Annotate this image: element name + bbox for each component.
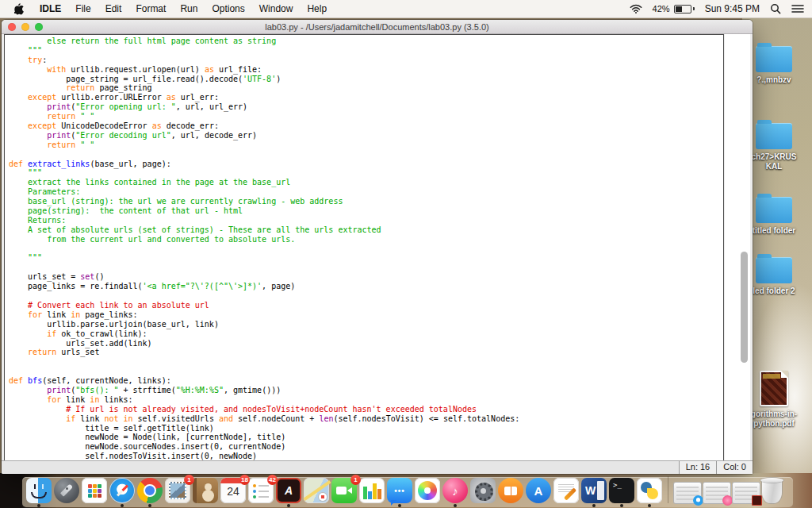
dock-item-maps[interactable] xyxy=(304,478,329,503)
minimized-window-safari xyxy=(693,495,703,506)
folder-untitled[interactable]: titled folder xyxy=(744,197,804,236)
menu-item-edit[interactable]: Edit xyxy=(98,1,129,17)
code-line: except urllib.error.URLError as url_err: xyxy=(9,93,723,102)
dock-item-ibooks[interactable] xyxy=(498,478,523,503)
dock-item-idle[interactable] xyxy=(637,478,662,503)
dock-item-pages[interactable] xyxy=(553,478,579,503)
code-line: with urllib.request.urlopen(url) as url_… xyxy=(9,65,723,75)
code-line: if link not in self.visitedUrls and self… xyxy=(9,414,723,424)
word-glyph: W xyxy=(581,478,607,503)
running-indicator-dot xyxy=(148,504,151,507)
dock-item-word[interactable]: W xyxy=(581,478,607,503)
code-line xyxy=(9,357,723,367)
dock-item-min-itunes[interactable] xyxy=(703,483,730,503)
desktop-icon-label: gorithms-in- python.pdf xyxy=(751,410,797,429)
code-line: for link in page_links: xyxy=(9,310,723,320)
code-line: except UnicodeDecodeError as decode_err: xyxy=(9,121,723,131)
code-line xyxy=(9,150,723,160)
dock-item-app-store[interactable]: A xyxy=(526,478,551,503)
window-title: lab03.py - /Users/jadamitchell/Documents… xyxy=(265,22,488,32)
notification-badge: 18 xyxy=(239,475,250,485)
code-line: """ xyxy=(9,168,723,178)
menu-item-window[interactable]: Window xyxy=(252,1,301,17)
battery-icon xyxy=(674,5,691,13)
minimize-button[interactable] xyxy=(21,23,29,31)
dock-item-system-preferences[interactable] xyxy=(470,478,496,503)
menu-item-idle[interactable]: IDLE xyxy=(33,1,68,17)
dock-item-min-safari[interactable] xyxy=(674,483,701,503)
running-indicator-dot xyxy=(592,504,596,507)
dock-item-numbers[interactable] xyxy=(359,478,385,503)
menu-item-options[interactable]: Options xyxy=(205,1,251,17)
launchpad-icon xyxy=(54,478,79,503)
pdf-algorithms-in-python[interactable]: gorithms-in- python.pdf xyxy=(744,371,804,429)
dock-item-contacts[interactable] xyxy=(193,478,218,503)
dock-item-mail[interactable]: 1 xyxy=(165,478,190,503)
wifi-icon[interactable] xyxy=(630,4,642,13)
code-line: Parameters: xyxy=(9,187,723,197)
terminal-glyph: >_ xyxy=(609,478,634,503)
idle-window: lab03.py - /Users/jadamitchell/Documents… xyxy=(2,20,753,474)
dock-item-launchpad[interactable] xyxy=(54,478,79,503)
minimized-window-acrobat xyxy=(752,495,762,506)
menu-item-file[interactable]: File xyxy=(68,1,98,17)
code-line: Returns: xyxy=(9,216,723,225)
dock-item-min-acrobat[interactable] xyxy=(733,483,760,503)
scrollbar-thumb[interactable] xyxy=(741,252,748,363)
code-line xyxy=(9,291,723,301)
dock-item-itunes[interactable]: ♪ xyxy=(442,478,468,503)
code-line: print("Error opening url: ", url, url_er… xyxy=(9,102,723,112)
pdf-document-icon xyxy=(760,371,788,406)
code-line: # If url is not already visited, and nod… xyxy=(9,405,723,414)
menu-item-format[interactable]: Format xyxy=(128,1,173,17)
dock-item-finder[interactable] xyxy=(26,478,52,503)
dock-item-safari[interactable] xyxy=(109,478,135,503)
battery-indicator[interactable]: 42% xyxy=(653,4,695,13)
spotlight-icon[interactable] xyxy=(770,3,781,14)
notification-badge: 1 xyxy=(350,475,361,485)
folder-mnbzv[interactable]: ?.,mnbzv xyxy=(744,46,804,85)
code-line: def bfs(self, currentNode, links): xyxy=(9,376,723,386)
window-titlebar[interactable]: lab03.py - /Users/jadamitchell/Documents… xyxy=(2,20,753,34)
menu-item-run[interactable]: Run xyxy=(173,1,205,17)
code-line: def extract_links(base_url, page): xyxy=(9,160,723,169)
scrollbar-track[interactable] xyxy=(725,34,750,461)
code-line: from the current url and converted to ab… xyxy=(9,235,723,244)
code-line: page(string): the content of that url - … xyxy=(9,206,723,216)
dock-item-chrome[interactable] xyxy=(137,478,163,503)
dock-item-reminders[interactable]: 42 xyxy=(248,478,274,503)
itunes-glyph: ♪ xyxy=(442,478,468,503)
code-content: else return the full html page content a… xyxy=(5,35,723,461)
chrome-icon xyxy=(137,478,163,503)
menu-clock[interactable]: Sun 9:45 PM xyxy=(705,3,760,14)
dock-item-app-grid[interactable] xyxy=(82,478,107,503)
zoom-button[interactable] xyxy=(35,23,43,31)
running-indicator-dot xyxy=(454,504,457,507)
dock-item-acrobat[interactable]: A xyxy=(276,478,301,503)
folder-icon xyxy=(756,46,792,72)
dock-item-trash[interactable] xyxy=(762,479,782,503)
desktop-icon-label: ch27>KRUS KAL xyxy=(752,152,797,171)
dock-item-facetime[interactable]: 1 xyxy=(331,478,357,503)
window-controls xyxy=(8,23,43,31)
folder-untitled-2[interactable]: led folder 2 xyxy=(744,257,804,296)
notification-badge: 42 xyxy=(267,475,278,485)
code-line: return " " xyxy=(9,112,723,121)
itunes-icon: ♪ xyxy=(442,478,468,503)
menu-item-help[interactable]: Help xyxy=(300,1,334,17)
dock-item-calendar[interactable]: 2418 xyxy=(220,478,246,503)
apple-menu-icon[interactable] xyxy=(8,3,33,15)
code-line: return page_string xyxy=(9,83,723,93)
running-indicator-dot xyxy=(287,504,290,507)
folder-ch27-kruskal[interactable]: ch27>KRUS KAL xyxy=(744,123,804,171)
dock-item-photos[interactable] xyxy=(415,478,440,503)
dock-item-terminal[interactable]: >_ xyxy=(609,478,634,503)
code-line: try: xyxy=(9,56,723,65)
code-line xyxy=(9,263,723,272)
dock-item-messages[interactable]: ••• xyxy=(387,478,412,503)
code-line: if ok_to_crawl(link): xyxy=(9,329,723,339)
code-editor[interactable]: else return the full html page content a… xyxy=(4,34,724,461)
notification-center-icon[interactable] xyxy=(791,4,804,13)
close-button[interactable] xyxy=(8,23,16,31)
dock-divider xyxy=(668,476,668,503)
